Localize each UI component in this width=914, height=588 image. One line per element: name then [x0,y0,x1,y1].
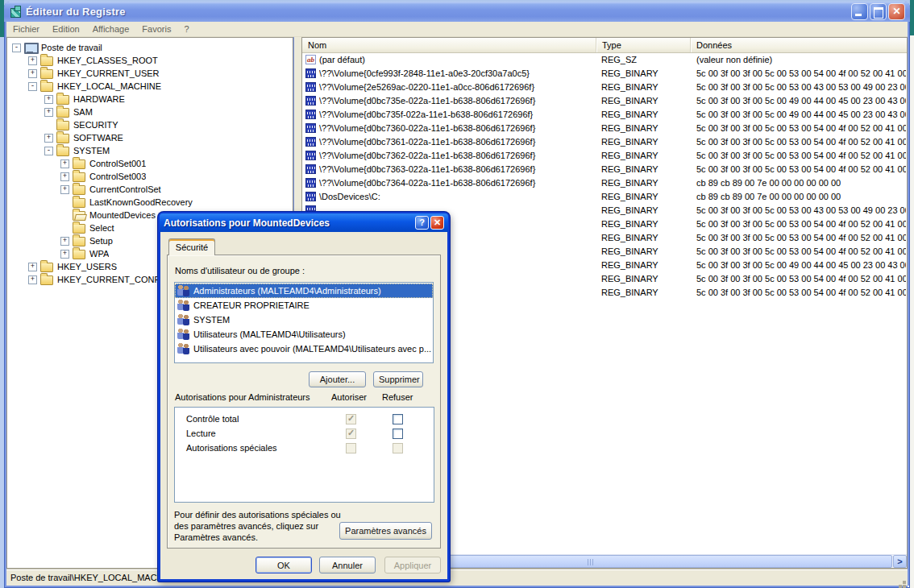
menu-item[interactable]: Favoris [135,22,177,36]
table-row[interactable]: \??\Volume{d0bc7360-022a-11e1-b638-806d6… [302,122,907,135]
deny-checkbox[interactable] [393,443,403,453]
column-header[interactable]: Nom [302,38,596,52]
tree-item[interactable]: SECURITY [7,118,293,131]
menu-item[interactable]: Affichage [86,22,136,36]
tree-item[interactable]: + SOFTWARE [7,131,293,144]
column-header[interactable]: Type [596,38,691,52]
tree-item-label: Poste de travail [41,43,102,52]
user-list-item[interactable]: Administrateurs (MALTEAMD4\Administrateu… [175,284,433,298]
table-row[interactable]: \??\Volume{d0bc735f-022a-11e1-b638-806d6… [302,108,907,122]
value-data: cb 89 cb 89 00 7e 00 00 00 00 00 00 [696,176,906,190]
table-row[interactable]: (par défaut) REG_SZ (valeur non définie) [302,53,907,67]
tree-expander-icon[interactable]: - [12,43,21,52]
maximize-button[interactable] [870,3,887,20]
user-list-item[interactable]: SYSTEM [175,313,433,327]
tree-item[interactable]: + HKEY_CLASSES_ROOT [7,54,293,67]
tree-expander-icon[interactable]: + [28,263,37,271]
tree-expander-icon[interactable]: + [44,134,53,143]
group-icon [177,329,191,340]
value-data: 5c 00 3f 00 3f 00 5c 00 49 00 44 00 45 0… [696,108,906,122]
permission-name: Autorisations spéciales [186,443,277,453]
table-row[interactable]: \??\Volume{d0bc7361-022a-11e1-b638-806d6… [302,135,907,149]
tree-expander-icon[interactable]: - [28,82,37,91]
allow-checkbox[interactable] [346,414,356,424]
deny-checkbox[interactable] [393,429,403,439]
user-list-item[interactable]: Utilisateurs avec pouvoir (MALTEAMD4\Uti… [175,342,433,356]
apply-button: Appliquer [384,557,441,574]
dialog-title-bar[interactable]: Autorisations pour MountedDevices ? ✕ [160,213,448,232]
desktop: Éditeur du Registre FichierEditionAffich… [0,0,914,588]
tree-expander-icon[interactable]: + [60,172,69,181]
value-data: cb 89 cb 89 00 7e 00 00 00 00 00 00 [696,190,906,204]
group-icon [177,343,191,354]
tree-item[interactable]: - SYSTEM [7,144,293,157]
group-icon [177,285,191,296]
table-row[interactable]: \??\Volume{0cfe993f-2848-11e1-a0e3-20cf3… [302,67,907,81]
tree-expander-icon[interactable]: + [44,108,53,117]
allow-checkbox[interactable] [346,429,356,439]
menu-item[interactable]: Edition [46,22,86,36]
tree-item-label: SOFTWARE [73,133,123,143]
user-list-item[interactable]: Utilisateurs (MALTEAMD4\Utilisateurs) [175,327,433,342]
tree-expander-icon[interactable]: + [60,185,69,194]
remove-button[interactable]: Supprimer [373,371,423,387]
deny-checkbox[interactable] [393,414,403,424]
value-type: REG_BINARY [601,67,692,81]
tree-item-label: MountedDevices [89,210,156,220]
user-list-item[interactable]: CREATEUR PROPRIETAIRE [175,298,433,313]
resize-grip[interactable] [903,581,906,584]
tree-item-label: HKEY_LOCAL_MACHINE [57,81,161,91]
minimize-button[interactable] [851,3,868,20]
table-row[interactable]: \??\Volume{2e5269ac-0220-11e1-a0cc-806d6… [302,81,907,94]
tree-item[interactable]: + ControlSet001 [7,157,293,170]
tree-expander-icon[interactable]: - [44,147,53,155]
cancel-button[interactable]: Annuler [319,557,376,574]
tree-item[interactable]: + SAM [7,106,293,118]
tree-item[interactable]: - HKEY_LOCAL_MACHINE [7,80,293,93]
value-data: 5c 00 3f 00 3f 00 5c 00 53 00 54 00 4f 0… [696,122,906,135]
tree-item-icon [40,69,53,79]
tree-expander-icon[interactable]: + [28,56,37,65]
close-button[interactable] [888,3,905,20]
table-row[interactable]: \??\Volume{d0bc7363-022a-11e1-b638-806d6… [302,163,907,176]
advanced-settings-button[interactable]: Paramètres avancés [339,522,432,540]
tree-item[interactable]: - Poste de travail [7,41,293,54]
value-type-icon [305,68,316,78]
tree-expander-icon[interactable]: + [44,95,53,104]
tree-expander-icon[interactable]: + [60,250,69,259]
tree-expander-icon[interactable]: + [60,237,69,246]
value-data: 5c 00 3f 00 3f 00 5c 00 49 00 44 00 45 0… [696,94,906,108]
tab-security[interactable]: Sécurité [168,238,215,255]
tree-item[interactable]: + HARDWARE [7,93,293,106]
permissions-listbox: Contrôle total Lecture Autorisations s [174,407,434,503]
value-type: REG_BINARY [601,190,692,204]
ok-button[interactable]: OK [256,557,312,574]
tree-item-label: HKEY_CURRENT_USER [57,68,160,78]
value-data: 5c 00 3f 00 3f 00 5c 00 49 00 44 00 45 0… [696,259,906,272]
table-row[interactable]: \??\Volume{d0bc7364-022a-11e1-b638-806d6… [302,176,907,190]
value-type-icon [305,123,316,133]
table-row[interactable]: \??\Volume{d0bc7362-022a-11e1-b638-806d6… [302,149,907,163]
tree-expander-icon[interactable]: + [60,159,69,168]
table-row[interactable]: \DosDevices\C: REG_BINARY cb 89 cb 89 00… [302,190,907,204]
window-title: Éditeur du Registre [26,6,126,18]
menu-item[interactable]: ? [177,22,195,36]
title-bar[interactable]: Éditeur du Registre [4,2,910,22]
status-bar: Poste de travail\HKEY_LOCAL_MACHI [6,569,908,586]
tree-expander-icon[interactable]: + [28,275,37,284]
help-icon[interactable]: ? [415,216,429,230]
tree-item[interactable]: LastKnownGoodRecovery [7,196,293,209]
column-header[interactable]: Données [691,38,907,52]
tree-expander-icon[interactable]: + [28,69,37,78]
tree-item[interactable]: + HKEY_CURRENT_USER [7,67,293,80]
scroll-right-icon[interactable]: > [893,555,907,568]
table-row[interactable]: \??\Volume{d0bc735e-022a-11e1-b638-806d6… [302,94,907,108]
allow-checkbox[interactable] [346,443,356,453]
tree-item[interactable]: + CurrentControlSet [7,183,293,196]
menu-item[interactable]: Fichier [6,22,46,36]
tree-item-icon [40,82,53,92]
dialog-close-icon[interactable]: ✕ [430,216,444,230]
value-type: REG_BINARY [601,231,692,245]
add-button[interactable]: Ajouter... [309,371,366,387]
tree-item[interactable]: + ControlSet003 [7,170,293,183]
